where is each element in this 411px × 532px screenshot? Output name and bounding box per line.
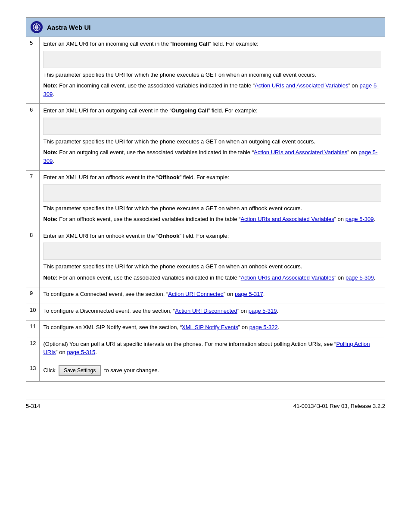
row-number: 5 [26, 37, 40, 104]
screenshot-placeholder [43, 184, 381, 202]
row-content: Enter an XML URI for an onhook event in … [40, 229, 385, 287]
table-row: 10To configure a Disconnected event, see… [26, 304, 385, 320]
description-text: This parameter specifies the URI for whi… [43, 137, 381, 146]
intro-text: Enter an XML URI for an offhook event in… [43, 173, 381, 182]
intro-text: Enter an XML URI for an outgoing call ev… [43, 106, 381, 115]
row-number: 9 [26, 287, 40, 304]
table-row: 9To configure a Connected event, see the… [26, 287, 385, 304]
intro-text: Enter an XML URI for an onhook event in … [43, 232, 381, 240]
page-link[interactable]: page 5-317 [235, 291, 263, 297]
row-number: 10 [26, 304, 40, 320]
note-text: Note: For an offhook event, use the asso… [43, 215, 381, 224]
screenshot-placeholder [43, 243, 381, 260]
section-reference: To configure a Connected event, see the … [43, 290, 381, 299]
page-link[interactable]: page 5-315 [67, 349, 95, 355]
section-link[interactable]: XML SIP Notify Events [182, 324, 238, 330]
page-wrapper: Aastra Web UI 5Enter an XML URI for an i… [26, 17, 385, 409]
note-text: Note: For an outgoing call event, use th… [43, 148, 381, 165]
save-settings-button[interactable]: Save Settings [59, 365, 101, 376]
note-text: Note: For an onhook event, use the assoc… [43, 274, 381, 282]
row-content: To configure an XML SIP Notify event, se… [40, 320, 385, 337]
row-content: To configure a Connected event, see the … [40, 287, 385, 304]
table-row: 11To configure an XML SIP Notify event, … [26, 320, 385, 337]
section-reference: To configure an XML SIP Notify event, se… [43, 323, 381, 332]
description-text: This parameter specifies the URI for whi… [43, 71, 381, 79]
table-row: 13Click Save Settings to save your chang… [26, 362, 385, 381]
row-number: 7 [26, 171, 40, 229]
page-link[interactable]: page 5-319 [249, 308, 277, 314]
footer: 5-314 41-001343-01 Rev 03, Release 3.2.2 [26, 399, 385, 409]
section-link[interactable]: Action URI Connected [168, 291, 224, 297]
action-uris-link[interactable]: Action URIs and Associated Variables [255, 82, 348, 89]
page-link[interactable]: page 5-322 [249, 324, 278, 330]
main-table: Aastra Web UI 5Enter an XML URI for an i… [26, 17, 385, 382]
aastra-icon [31, 21, 43, 33]
row-content: To configure a Disconnected event, see t… [40, 304, 385, 320]
row-content: Enter an XML URI for an outgoing call ev… [40, 104, 385, 171]
row-content: Click Save Settings to save your changes… [40, 362, 385, 381]
header-title: Aastra Web UI [47, 24, 90, 31]
action-uris-link[interactable]: Action URIs and Associated Variables [241, 274, 334, 281]
action-uris-link[interactable]: Action URIs and Associated Variables [254, 149, 347, 156]
description-text: This parameter specifies the URI for whi… [43, 204, 381, 213]
action-uris-link[interactable]: Action URIs and Associated Variables [240, 216, 334, 222]
table-row: 8Enter an XML URI for an onhook event in… [26, 229, 385, 287]
row-number: 12 [26, 337, 40, 362]
footer-left: 5-314 [26, 403, 40, 409]
note-text: Note: For an incoming call event, use th… [43, 81, 381, 98]
row-content: Enter an XML URI for an incoming call ev… [40, 37, 385, 104]
row-content: Enter an XML URI for an offhook event in… [40, 171, 385, 229]
page-link[interactable]: page 5-309 [346, 216, 374, 222]
intro-text: Enter an XML URI for an incoming call ev… [43, 40, 381, 48]
row-number: 11 [26, 320, 40, 337]
row-content: (Optional) You can poll a URI at specifi… [40, 337, 385, 362]
section-link[interactable]: Action URI Disconnected [175, 308, 237, 314]
footer-right: 41-001343-01 Rev 03, Release 3.2.2 [293, 403, 385, 409]
row-number: 8 [26, 229, 40, 287]
table-row: 12(Optional) You can poll a URI at speci… [26, 337, 385, 362]
row-number: 13 [26, 362, 40, 381]
save-instruction: Click Save Settings to save your changes… [43, 365, 381, 376]
section-reference: (Optional) You can poll a URI at specifi… [43, 340, 381, 357]
table-row: 6Enter an XML URI for an outgoing call e… [26, 104, 385, 171]
table-row: 7Enter an XML URI for an offhook event i… [26, 171, 385, 229]
description-text: This parameter specifies the URI for whi… [43, 262, 381, 271]
section-reference: To configure a Disconnected event, see t… [43, 307, 381, 315]
table-row: 5Enter an XML URI for an incoming call e… [26, 37, 385, 104]
row-number: 6 [26, 104, 40, 171]
screenshot-placeholder [43, 51, 381, 68]
page-link[interactable]: page 5-309 [346, 274, 374, 281]
screenshot-placeholder [43, 118, 381, 135]
